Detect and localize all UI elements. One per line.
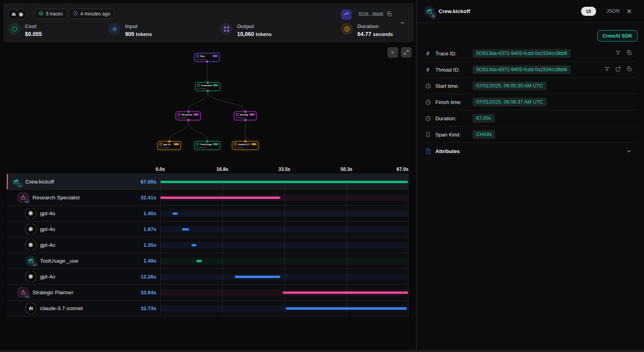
waterfall-row[interactable]: ❋gpt-4o1.40s [7, 206, 408, 221]
agentops-badge-icon [24, 294, 30, 298]
waterfall-row[interactable]: Crew.kickoff67.00s [7, 174, 408, 190]
traces-count-badge[interactable]: 5 traces [34, 9, 67, 19]
graph-node-claude[interactable]: claude-3.7-sonnet [232, 141, 258, 150]
close-panel-icon[interactable] [626, 8, 633, 15]
node-badge [213, 143, 218, 145]
field-actions [615, 45, 632, 61]
span-waterfall: 0.0s16.8s33.5s50.3s67.0s Crew.kickoff67.… [7, 167, 408, 316]
span-timeline [160, 206, 408, 221]
waterfall-row[interactable]: ❋gpt-4o12.26s [7, 269, 408, 285]
trace-graph-canvas[interactable]: RunCrew.kickoffResearch Speciali...Strat… [3, 43, 414, 159]
graph-node-gpt[interactable]: gpt-4o [158, 141, 181, 150]
copy-trace-id-icon[interactable] [386, 11, 392, 17]
collapse-metrics-chevron-icon[interactable] [399, 20, 406, 26]
filter-icon[interactable] [604, 66, 610, 74]
copy-icon[interactable] [626, 66, 632, 74]
chevron-down-icon[interactable] [626, 148, 632, 154]
node-handle [206, 81, 209, 84]
span-bar[interactable] [173, 212, 178, 215]
external-link-icon[interactable] [615, 66, 621, 74]
graph-node-research[interactable]: Research Speciali... [176, 112, 201, 120]
node-handle [206, 60, 209, 63]
copy-icon[interactable] [626, 50, 632, 57]
time-axis-tick: 0.0s [156, 167, 165, 172]
field-value[interactable]: 5f2613da-8371-9405-fcdd-0a1534cc8bb6 [473, 65, 571, 74]
field-value[interactable]: 07/01/2025, 06:05:30 AM UTC [473, 81, 547, 90]
node-type-icon [196, 55, 199, 57]
field-value[interactable]: 07/01/2025, 06:06:37 AM UTC [473, 98, 547, 106]
graph-node-crew[interactable]: Crew.kickoff [195, 82, 220, 91]
field-value[interactable]: 67.00s [473, 114, 495, 123]
span-bar[interactable] [196, 260, 202, 262]
span-name: gpt-4o [40, 226, 55, 232]
node-badge [213, 84, 218, 86]
node-sub-icon [160, 147, 161, 148]
node-badge [213, 55, 218, 57]
openai-icon: ❋ [25, 240, 36, 250]
detail-field-row: Duration:67.00s [425, 110, 636, 127]
metric-label: Cost [25, 23, 44, 29]
node-label: gpt-4o [163, 143, 171, 146]
trace-age-badge[interactable]: 4 minutes ago [68, 9, 114, 19]
span-bar[interactable] [160, 181, 408, 183]
openai-icon: ❋ [25, 208, 36, 219]
node-handle [187, 119, 190, 121]
node-handle [244, 140, 247, 143]
span-timeline [160, 221, 408, 237]
metric-output: Output 10,060tokens [220, 23, 272, 37]
waterfall-row[interactable]: Research Specialist32.41s [7, 190, 408, 206]
layers-icon [38, 11, 44, 17]
waterfall-row[interactable]: ToolUsage._use1.49s [7, 253, 408, 269]
panel-fields: #Trace ID:5f2613da-8371-9405-fcdd-0a1534… [425, 45, 636, 159]
time-axis: 0.0s16.8s33.5s50.3s67.0s [7, 167, 408, 174]
span-bar[interactable] [160, 197, 280, 199]
tab-ui[interactable]: UI [581, 7, 596, 16]
trace-activity-button[interactable] [341, 9, 351, 20]
clock-icon [425, 115, 431, 121]
field-label: Thread ID: [435, 67, 468, 73]
close-graph-button[interactable] [388, 47, 398, 58]
node-handle [244, 119, 247, 121]
crew-icon [424, 6, 435, 17]
waterfall-row[interactable]: A\claude-3.7-sonnet32.73s [7, 301, 408, 316]
span-timeline [160, 237, 408, 253]
metric-unit: tokens [256, 32, 272, 37]
span-name: ToolUsage._use [40, 258, 78, 264]
span-bar[interactable] [283, 291, 408, 294]
span-label: Strategic Planner [7, 287, 130, 298]
span-label: Crew.kickoff [7, 176, 130, 187]
graph-node-run[interactable]: Run [194, 53, 220, 62]
span-bar[interactable] [286, 307, 407, 310]
metric-cost: Cost $0.055 [8, 23, 44, 37]
span-duration: 1.49s [130, 258, 156, 264]
field-value[interactable]: 5f2613da-8371-9405-fcdd-0a1534cc8bb6 [473, 49, 571, 58]
graph-node-strategic[interactable]: Strategic Planner [234, 112, 256, 120]
node-sub-text [199, 59, 206, 60]
field-value[interactable]: CHAIN [473, 130, 495, 139]
span-bar[interactable] [182, 228, 189, 231]
span-bar[interactable] [192, 244, 197, 246]
bottom-scrollbar-track[interactable] [0, 350, 644, 352]
span-detail-panel: Crew.kickoff UI JSON CrewAI SDK #Trace I… [417, 0, 644, 352]
node-badge [249, 114, 255, 115]
span-duration: 1.87s [130, 226, 156, 232]
clock-icon [425, 99, 431, 105]
waterfall-row[interactable]: Strategic Planner33.94s [7, 285, 408, 301]
waterfall-row[interactable]: ❋gpt-4o1.35s [7, 237, 408, 253]
field-label: Finish time: [435, 99, 468, 105]
metric-value: 905 [125, 31, 134, 37]
expand-graph-button[interactable] [401, 47, 412, 58]
filter-icon[interactable] [615, 50, 621, 57]
attributes-section-header[interactable]: Attributes [425, 143, 636, 159]
span-bar[interactable] [235, 276, 280, 278]
detail-field-row: Start time:07/01/2025, 06:05:30 AM UTC [425, 78, 636, 94]
node-label: claude-3.7-sonnet [238, 143, 250, 146]
crew-icon [11, 176, 21, 187]
graph-node-tool[interactable]: ToolUsage._use [194, 141, 220, 150]
span-duration: 12.26s [130, 274, 156, 280]
time-axis-tick: 33.5s [278, 167, 290, 172]
node-sub-icon [236, 117, 237, 119]
waterfall-row[interactable]: ❋gpt-4o1.87s [7, 221, 408, 237]
node-sub-icon [178, 117, 179, 119]
tab-json[interactable]: JSON [606, 8, 619, 14]
